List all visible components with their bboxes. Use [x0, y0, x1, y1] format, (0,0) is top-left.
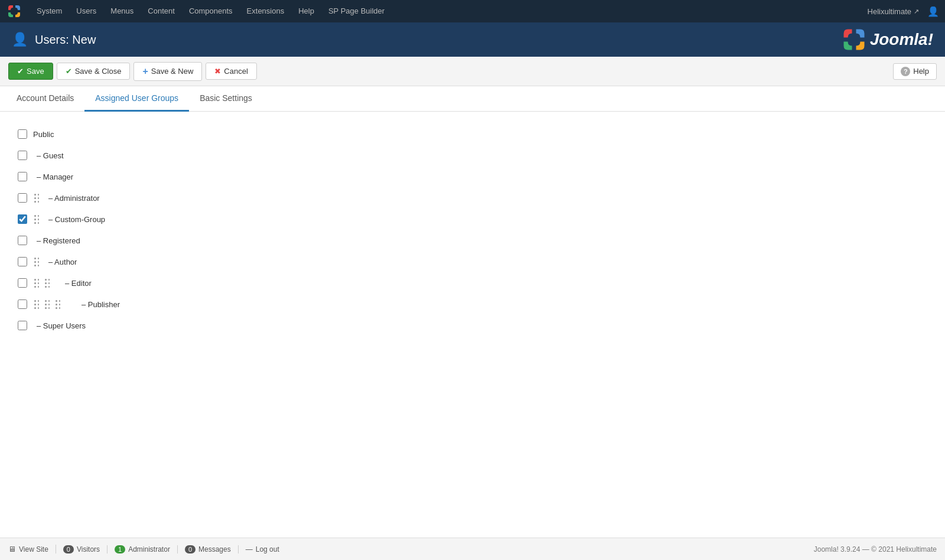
drag-handle-publisher-2[interactable] [45, 300, 50, 309]
group-checkbox-editor[interactable] [18, 278, 27, 288]
tab-assigned-user-groups[interactable]: Assigned User Groups [84, 86, 189, 112]
helixultimate-link[interactable]: Helixultimate ↗ [868, 7, 919, 16]
page-header: 👤 Users: New Joomla! [0, 22, 945, 57]
list-item: – Custom-Group [18, 209, 933, 230]
group-label-author: – Author [48, 258, 77, 266]
footer-messages[interactable]: 0 Messages [178, 545, 239, 554]
group-label-publisher: – Publisher [82, 300, 120, 309]
list-item: – Registered [18, 230, 933, 251]
save-new-icon: + [142, 66, 148, 77]
group-checkbox-guest[interactable] [18, 151, 27, 160]
tabs-bar: Account Details Assigned User Groups Bas… [0, 86, 945, 112]
save-close-label: Save & Close [75, 67, 122, 76]
view-site-label: View Site [19, 545, 48, 554]
admin-label: Administrator [128, 545, 170, 554]
tab-account-details[interactable]: Account Details [6, 86, 84, 112]
top-navigation: System Users Menus Content Components Ex… [0, 0, 945, 22]
cancel-icon: ✖ [214, 67, 221, 76]
save-icon: ✔ [17, 67, 24, 76]
page-user-icon: 👤 [12, 32, 28, 47]
footer: 🖥 View Site 0 Visitors 1 Administrator 0… [0, 538, 945, 560]
version-text: Joomla! 3.9.24 — © 2021 Helixultimate [814, 545, 937, 554]
footer-visitors[interactable]: 0 Visitors [56, 545, 107, 554]
group-checkbox-custom-group[interactable] [18, 214, 27, 224]
nav-extensions[interactable]: Extensions [240, 0, 292, 22]
monitor-icon: 🖥 [8, 545, 16, 554]
admin-badge: 1 [115, 545, 125, 554]
nav-users[interactable]: Users [69, 0, 103, 22]
group-label-public: Public [33, 130, 54, 139]
drag-handle-editor-2[interactable] [45, 279, 50, 288]
tab-basic-settings[interactable]: Basic Settings [189, 86, 263, 112]
nav-help[interactable]: Help [291, 0, 321, 22]
footer-administrator[interactable]: 1 Administrator [107, 545, 178, 554]
save-close-button[interactable]: ✔ Save & Close [57, 63, 131, 80]
visitors-badge: 0 [63, 545, 74, 554]
drag-handle-publisher-3[interactable] [56, 300, 60, 309]
group-checkbox-publisher[interactable] [18, 299, 27, 309]
cancel-button[interactable]: ✖ Cancel [206, 63, 256, 80]
list-item: – Guest [18, 145, 933, 166]
messages-badge: 0 [185, 545, 195, 554]
group-label-manager: – Manager [37, 172, 73, 181]
group-checkbox-administrator[interactable] [18, 193, 27, 203]
nav-components[interactable]: Components [182, 0, 240, 22]
list-item: – Super Users [18, 315, 933, 336]
nav-system[interactable]: System [30, 0, 69, 22]
page-title: Users: New [35, 33, 842, 47]
user-groups-list: Public – Guest – Manager – Administrator [18, 123, 933, 336]
group-label-editor: – Editor [65, 279, 92, 288]
group-label-guest: – Guest [37, 151, 64, 160]
logout-label: Log out [256, 545, 279, 554]
list-item: – Editor [18, 272, 933, 294]
nav-menus[interactable]: Menus [103, 0, 141, 22]
group-checkbox-public[interactable] [18, 129, 27, 139]
joomla-small-logo [6, 3, 22, 19]
user-account-icon[interactable]: 👤 [927, 6, 939, 17]
list-item: – Manager [18, 166, 933, 187]
joomla-brand-text: Joomla! [870, 30, 933, 49]
save-close-icon: ✔ [66, 67, 72, 76]
top-right-area: Helixultimate ↗ 👤 [868, 6, 939, 17]
list-item: – Author [18, 251, 933, 272]
group-checkbox-manager[interactable] [18, 172, 27, 181]
helixultimate-label: Helixultimate [868, 7, 911, 16]
main-nav: System Users Menus Content Components Ex… [30, 0, 868, 22]
footer-logout[interactable]: — Log out [239, 545, 286, 554]
group-label-registered: – Registered [37, 236, 80, 245]
joomla-big-logo: Joomla! [842, 27, 933, 52]
help-icon: ? [901, 67, 910, 76]
save-new-label: Save & New [151, 67, 194, 76]
save-button[interactable]: ✔ Save [8, 63, 53, 80]
group-label-administrator: – Administrator [48, 194, 100, 203]
drag-handle-administrator[interactable] [34, 194, 39, 203]
help-button[interactable]: ? Help [893, 63, 937, 80]
group-checkbox-super-users[interactable] [18, 321, 27, 330]
drag-handle-publisher-1[interactable] [34, 300, 39, 309]
drag-handle-editor-1[interactable] [34, 279, 39, 288]
toolbar: ✔ Save ✔ Save & Close + Save & New ✖ Can… [0, 57, 945, 86]
save-new-button[interactable]: + Save & New [133, 62, 202, 81]
footer-version: Joomla! 3.9.24 — © 2021 Helixultimate [814, 545, 937, 554]
group-checkbox-registered[interactable] [18, 236, 27, 245]
cancel-label: Cancel [224, 67, 247, 76]
drag-handle-custom-group[interactable] [34, 215, 39, 224]
nav-content[interactable]: Content [141, 0, 182, 22]
group-label-super-users: – Super Users [37, 321, 86, 330]
main-content: Public – Guest – Manager – Administrator [0, 112, 945, 538]
group-checkbox-author[interactable] [18, 257, 27, 266]
logout-icon: — [246, 545, 253, 554]
list-item: Public [18, 123, 933, 145]
drag-handle-author[interactable] [34, 258, 39, 266]
save-label: Save [27, 67, 44, 76]
messages-label: Messages [198, 545, 231, 554]
footer-view-site[interactable]: 🖥 View Site [8, 545, 56, 554]
external-link-icon: ↗ [914, 8, 919, 15]
help-label: Help [913, 67, 929, 76]
list-item: – Administrator [18, 187, 933, 209]
nav-sp-page-builder[interactable]: SP Page Builder [321, 0, 392, 22]
list-item: – Publisher [18, 294, 933, 315]
visitors-label: Visitors [77, 545, 100, 554]
group-label-custom-group: – Custom-Group [48, 215, 105, 224]
